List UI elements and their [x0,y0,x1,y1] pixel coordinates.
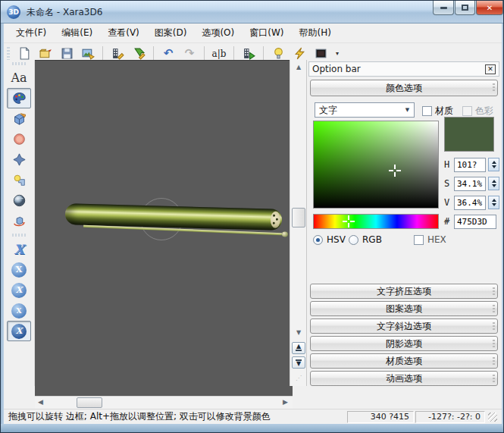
horizontal-scrollbar[interactable]: ◀ ▶ [35,396,293,409]
new-document-icon [18,47,31,60]
color-options-button[interactable]: 颜色选项 [310,80,498,96]
material-checkbox-row[interactable]: 材质 [422,105,453,118]
x-circle-icon: X [11,283,27,298]
marble-sphere-icon [13,194,26,207]
menu-bar: 文件(F) 编辑(E) 查看(V) 图案(D) 选项(O) 窗口(W) 帮助(H… [4,24,502,43]
saturation-spinner[interactable] [488,177,499,190]
menu-file[interactable]: 文件(F) [8,24,54,42]
option-panel-close-button[interactable]: ✕ [485,64,496,74]
status-angles: -127?: -2?: 0 [415,411,485,423]
page-up-button[interactable]: ▲ [292,342,305,354]
minimize-button[interactable] [433,1,454,15]
menu-edit[interactable]: 编辑(E) [54,24,100,42]
shadow-options-button[interactable]: 阴影选项 [310,336,498,351]
style-x-circle-4-button[interactable]: X [7,321,31,341]
texture-options-button[interactable]: 材质选项 [310,353,498,369]
extrude-tool-button[interactable] [7,108,31,129]
page-down-button[interactable]: ▼ [292,356,305,369]
hue-field[interactable]: 101? [454,158,486,172]
menu-help[interactable]: 帮助(H) [291,24,338,42]
title-bar[interactable]: 3D 未命名 - Xara3D6 ✕ [1,1,504,24]
toolbar-separator [153,46,154,61]
double-up-icon: ▲ [296,344,302,352]
design-options-button[interactable]: 图案选项 [310,301,498,316]
text-object-end-cap [271,212,281,228]
hex-row: # 475D3D [444,214,496,229]
tool-sidebar: Aa X X X X X [4,60,35,386]
animation-tool-button[interactable] [7,211,31,231]
scrollbar-grip: ⋰ [292,372,305,384]
text-tool-button[interactable]: Aa [7,67,31,88]
status-hint: 拖拽可以旋转 边框; Alt+拖放以调整位置; 双击可以修改背景颜色 [8,410,271,423]
saturation-row: S 34.1% [444,176,499,191]
hue-crosshair[interactable] [343,215,355,227]
rgb-radio-row[interactable]: RGB [349,234,382,245]
color-target-combobox[interactable]: 文字 ▼ [315,102,415,118]
close-button[interactable]: ✕ [476,1,503,15]
bevel-options-button[interactable]: 文字斜边选项 [310,318,498,334]
window-title: 未命名 - Xara3D6 [27,6,102,19]
style-x-circle-1-button[interactable]: X [7,259,31,280]
bulb-shape-icon [13,174,26,187]
menu-design[interactable]: 图案(D) [147,24,195,42]
style-x-circle-3-button[interactable]: X [7,300,31,321]
status-bar: 拖拽可以旋转 边框; Alt+拖放以调整位置; 双击可以修改背景颜色 340 ?… [4,409,502,424]
scroll-down-button[interactable]: ▼ [292,327,305,338]
horizontal-scroll-thumb[interactable] [77,397,102,408]
x-circle-icon: X [11,262,27,278]
toolbar-grip[interactable] [12,234,26,237]
value-spinner[interactable] [488,196,499,209]
bevel-tool-button[interactable] [7,129,31,149]
value-row: V 36.4% [444,195,499,210]
status-size: 340 ?415 [347,411,414,423]
color-checkbox [462,106,472,116]
maximize-button[interactable] [455,1,475,15]
saturation-field[interactable]: 34.1% [454,177,486,191]
hex-checkbox[interactable] [414,235,424,245]
material-checkbox[interactable] [422,106,432,116]
toolbar-separator [204,46,205,61]
saturation-value-picker[interactable] [313,121,439,209]
export-movie-icon [111,47,124,60]
text-tool-icon: Aa [11,71,27,85]
scroll-right-button[interactable]: ▶ [283,398,288,406]
hex-field[interactable]: 475D3D [454,215,496,229]
vertical-scrollbar[interactable]: ▲ ▼ ▲ ▼ ⋰ [290,60,306,386]
sv-crosshair[interactable] [389,165,401,177]
rgb-radio[interactable] [349,235,358,245]
vertical-scroll-thumb[interactable] [292,208,305,227]
menu-view[interactable]: 查看(V) [100,24,147,42]
toolbar-grip[interactable] [12,62,26,65]
color-checkbox-label: 色彩 [475,105,493,118]
color-checkbox-row: 色彩 [462,105,493,118]
hsv-radio[interactable] [313,235,323,245]
minimize-icon [440,7,447,9]
style-x-button[interactable]: X [7,239,31,259]
x-circle-icon: X [11,324,27,339]
value-field[interactable]: 36.4% [454,196,486,210]
hex-checkbox-row[interactable]: HEX [414,234,446,245]
menu-options[interactable]: 选项(O) [194,24,242,42]
color-tool-button[interactable] [7,88,31,108]
hsv-radio-row[interactable]: HSV [313,234,346,245]
rotating-box-icon [13,215,26,227]
shadow-tool-button[interactable] [7,149,31,170]
hue-row: H 101? [444,157,499,172]
hue-spinner[interactable] [488,158,499,171]
option-panel-header[interactable]: Option bar ✕ [308,61,499,77]
toolbar-grip[interactable] [7,47,10,61]
hue-slider[interactable] [313,214,439,229]
animation-options-button[interactable]: 动画选项 [310,371,498,386]
scroll-up-button[interactable]: ▲ [292,61,305,73]
extrusion-options-button[interactable]: 文字挤压选项 [310,284,498,299]
resize-grip[interactable] [488,413,497,422]
document-canvas[interactable] [35,60,293,396]
texture-tool-button[interactable] [7,170,31,190]
style-x-circle-2-button[interactable]: X [7,280,31,300]
undo-icon: ↶ [164,48,174,59]
x-letter-icon: X [14,242,23,257]
toolbar-separator [233,46,234,61]
scroll-left-button[interactable]: ◀ [38,398,43,406]
menu-window[interactable]: 窗口(W) [242,24,291,42]
material-tool-button[interactable] [7,190,31,211]
